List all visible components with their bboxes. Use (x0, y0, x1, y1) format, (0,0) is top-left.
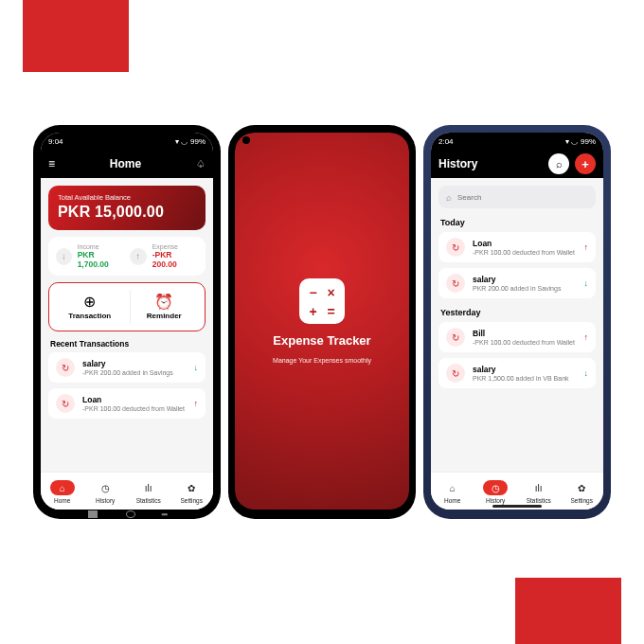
expense-label: Expense (152, 243, 198, 250)
app-logo-icon: −×+= (299, 278, 345, 324)
clock-icon: ◷ (101, 483, 110, 493)
group-yesterday-title: Yesterday (440, 308, 594, 317)
bar-chart-icon: ılı (535, 483, 543, 493)
income-expense-card: ↓ Income PKR 1,700.00 ↑ Expense -PKR 200… (48, 237, 206, 276)
arrow-down-icon: ↓ (194, 363, 199, 372)
refresh-icon: ↻ (446, 328, 465, 347)
tx-row[interactable]: ↻ salary -PKR 200.00 added in Savings ↓ (48, 352, 206, 383)
page-title: History (438, 157, 477, 170)
refresh-icon: ↻ (56, 358, 75, 377)
phone-home: 9:04 ▾ ◡ 99% ≡ Home ♤ Total Available Ba… (33, 125, 221, 519)
tx-row[interactable]: ↻ salary PKR 1,500.00 added in VB Bank ↓ (438, 358, 596, 388)
arrow-up-icon: ↑ (584, 242, 589, 252)
status-bar: 2:04 ▾ ◡ 99% (431, 133, 603, 150)
nav-history[interactable]: ◷History (93, 480, 117, 504)
tx-row[interactable]: ↻ Loan -PKR 100.00 deducted from Wallet … (48, 388, 206, 419)
clock-icon: ◷ (492, 483, 500, 493)
nav-statistics[interactable]: ılıStatistics (136, 480, 161, 504)
tx-row[interactable]: ↻ salary PKR 200.00 added in Savings ↓ (438, 268, 596, 298)
alarm-icon: ⏰ (156, 294, 171, 309)
arrow-up-icon: ↑ (584, 332, 589, 342)
arrow-up-icon: ↑ (130, 248, 147, 265)
wifi-icon: ▾ ◡ (175, 137, 188, 146)
gear-icon: ✿ (188, 483, 195, 493)
phone-history: 2:04 ▾ ◡ 99% History ⌕ + ⌕ Today (423, 125, 611, 519)
menu-icon[interactable]: ≡ (48, 157, 55, 170)
tx-row[interactable]: ↻ Bill -PKR 100.00 deducted from Wallet … (438, 322, 596, 352)
status-time: 9:04 (48, 137, 63, 146)
bar-chart-icon: ılı (145, 483, 152, 493)
plus-icon: + (581, 157, 589, 171)
battery-label: 99% (190, 137, 206, 146)
reminder-button[interactable]: ⏰ Reminder (130, 290, 199, 324)
gesture-pill (431, 505, 603, 508)
battery-label: 99% (581, 137, 596, 146)
refresh-icon: ↻ (56, 394, 75, 413)
expense-value: -PKR 200.00 (152, 250, 198, 269)
balance-card: Total Available Balance PKR 15,000.00 (48, 186, 206, 230)
arrow-down-icon: ↓ (584, 368, 589, 378)
search-icon: ⌕ (556, 158, 563, 170)
app-header: History ⌕ + (431, 150, 603, 178)
bottom-nav: ⌂Home ◷History ılıStatistics ✿Settings (41, 472, 213, 510)
status-bar: 9:04 ▾ ◡ 99% (41, 133, 213, 150)
search-button[interactable]: ⌕ (548, 153, 569, 174)
tx-row[interactable]: ↻ Loan -PKR 100.00 deducted from Wallet … (438, 232, 596, 262)
search-input[interactable] (457, 193, 588, 202)
camera-hole (242, 136, 250, 144)
home-icon: ⌂ (450, 483, 456, 493)
bell-icon[interactable]: ♤ (196, 158, 206, 170)
balance-label: Total Available Balance (58, 193, 196, 202)
nav-statistics[interactable]: ılıStatistics (527, 480, 551, 504)
nav-history[interactable]: ◷History (483, 480, 508, 504)
plus-circle-icon: ⊕ (82, 294, 98, 309)
search-icon: ⌕ (446, 192, 452, 203)
balance-amount: PKR 15,000.00 (58, 204, 196, 221)
nav-home[interactable]: ⌂Home (440, 480, 465, 504)
arrow-down-icon: ↓ (584, 278, 589, 288)
phone-splash: −×+= Expense Tracker Manage Your Expense… (228, 125, 416, 519)
refresh-icon: ↻ (446, 364, 465, 383)
refresh-icon: ↻ (446, 274, 465, 293)
refresh-icon: ↻ (446, 238, 465, 257)
status-time: 2:04 (438, 137, 454, 146)
income-label: Income (78, 243, 124, 250)
recent-title: Recent Transactions (50, 339, 204, 349)
add-button[interactable]: + (575, 153, 596, 174)
add-transaction-button[interactable]: ⊕ Transaction (56, 290, 124, 324)
income-value: PKR 1,700.00 (78, 250, 124, 269)
nav-settings[interactable]: ✿Settings (179, 480, 204, 504)
nav-settings[interactable]: ✿Settings (569, 480, 594, 504)
android-softkeys (33, 510, 221, 518)
wifi-icon: ▾ ◡ (565, 137, 578, 146)
app-header: ≡ Home ♤ (41, 150, 213, 178)
bottom-nav: ⌂Home ◷History ılıStatistics ✿Settings (431, 472, 603, 510)
gear-icon: ✿ (578, 483, 585, 493)
app-name: Expense Tracker (273, 333, 370, 348)
app-tagline: Manage Your Expenses smoothly (273, 357, 371, 364)
splash-screen: −×+= Expense Tracker Manage Your Expense… (235, 133, 409, 510)
stage: 9:04 ▾ ◡ 99% ≡ Home ♤ Total Available Ba… (0, 0, 644, 644)
arrow-down-icon: ↓ (56, 248, 72, 265)
search-field[interactable]: ⌕ (438, 186, 596, 208)
arrow-up-icon: ↑ (194, 399, 199, 408)
group-today-title: Today (440, 218, 594, 227)
page-title: Home (110, 157, 141, 170)
actions-card: ⊕ Transaction ⏰ Reminder (48, 282, 206, 331)
nav-home[interactable]: ⌂Home (50, 480, 75, 504)
home-icon: ⌂ (60, 483, 65, 493)
